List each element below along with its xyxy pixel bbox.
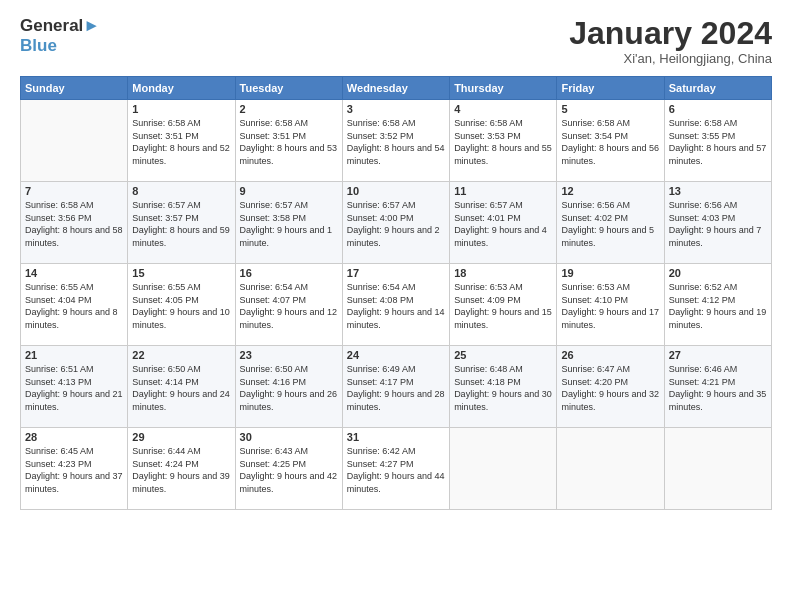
cell-3-4: 17Sunrise: 6:54 AMSunset: 4:08 PMDayligh… [342, 264, 449, 346]
day-info: Sunrise: 6:49 AMSunset: 4:17 PMDaylight:… [347, 363, 445, 413]
cell-2-5: 11Sunrise: 6:57 AMSunset: 4:01 PMDayligh… [450, 182, 557, 264]
day-info: Sunrise: 6:56 AMSunset: 4:02 PMDaylight:… [561, 199, 659, 249]
cell-4-2: 22Sunrise: 6:50 AMSunset: 4:14 PMDayligh… [128, 346, 235, 428]
day-number: 10 [347, 185, 445, 197]
cell-3-2: 15Sunrise: 6:55 AMSunset: 4:05 PMDayligh… [128, 264, 235, 346]
cell-3-5: 18Sunrise: 6:53 AMSunset: 4:09 PMDayligh… [450, 264, 557, 346]
week-row-5: 28Sunrise: 6:45 AMSunset: 4:23 PMDayligh… [21, 428, 772, 510]
day-number: 27 [669, 349, 767, 361]
day-number: 23 [240, 349, 338, 361]
cell-4-1: 21Sunrise: 6:51 AMSunset: 4:13 PMDayligh… [21, 346, 128, 428]
day-info: Sunrise: 6:58 AMSunset: 3:51 PMDaylight:… [240, 117, 338, 167]
day-info: Sunrise: 6:54 AMSunset: 4:08 PMDaylight:… [347, 281, 445, 331]
logo-line2: Blue [20, 36, 100, 56]
day-number: 8 [132, 185, 230, 197]
day-info: Sunrise: 6:48 AMSunset: 4:18 PMDaylight:… [454, 363, 552, 413]
cell-2-1: 7Sunrise: 6:58 AMSunset: 3:56 PMDaylight… [21, 182, 128, 264]
col-header-saturday: Saturday [664, 77, 771, 100]
day-number: 14 [25, 267, 123, 279]
col-header-monday: Monday [128, 77, 235, 100]
day-info: Sunrise: 6:53 AMSunset: 4:09 PMDaylight:… [454, 281, 552, 331]
cell-4-3: 23Sunrise: 6:50 AMSunset: 4:16 PMDayligh… [235, 346, 342, 428]
week-row-1: 1Sunrise: 6:58 AMSunset: 3:51 PMDaylight… [21, 100, 772, 182]
week-row-3: 14Sunrise: 6:55 AMSunset: 4:04 PMDayligh… [21, 264, 772, 346]
cell-1-6: 5Sunrise: 6:58 AMSunset: 3:54 PMDaylight… [557, 100, 664, 182]
day-info: Sunrise: 6:53 AMSunset: 4:10 PMDaylight:… [561, 281, 659, 331]
cell-5-3: 30Sunrise: 6:43 AMSunset: 4:25 PMDayligh… [235, 428, 342, 510]
col-header-thursday: Thursday [450, 77, 557, 100]
day-number: 25 [454, 349, 552, 361]
day-info: Sunrise: 6:57 AMSunset: 3:58 PMDaylight:… [240, 199, 338, 249]
day-info: Sunrise: 6:54 AMSunset: 4:07 PMDaylight:… [240, 281, 338, 331]
cell-3-3: 16Sunrise: 6:54 AMSunset: 4:07 PMDayligh… [235, 264, 342, 346]
cell-5-7 [664, 428, 771, 510]
day-number: 9 [240, 185, 338, 197]
day-number: 22 [132, 349, 230, 361]
cell-5-4: 31Sunrise: 6:42 AMSunset: 4:27 PMDayligh… [342, 428, 449, 510]
day-number: 28 [25, 431, 123, 443]
cell-4-5: 25Sunrise: 6:48 AMSunset: 4:18 PMDayligh… [450, 346, 557, 428]
cell-4-4: 24Sunrise: 6:49 AMSunset: 4:17 PMDayligh… [342, 346, 449, 428]
day-info: Sunrise: 6:44 AMSunset: 4:24 PMDaylight:… [132, 445, 230, 495]
day-number: 31 [347, 431, 445, 443]
cell-1-4: 3Sunrise: 6:58 AMSunset: 3:52 PMDaylight… [342, 100, 449, 182]
day-info: Sunrise: 6:58 AMSunset: 3:52 PMDaylight:… [347, 117, 445, 167]
day-info: Sunrise: 6:55 AMSunset: 4:05 PMDaylight:… [132, 281, 230, 331]
day-info: Sunrise: 6:52 AMSunset: 4:12 PMDaylight:… [669, 281, 767, 331]
day-number: 17 [347, 267, 445, 279]
day-info: Sunrise: 6:58 AMSunset: 3:56 PMDaylight:… [25, 199, 123, 249]
day-number: 29 [132, 431, 230, 443]
day-number: 15 [132, 267, 230, 279]
day-info: Sunrise: 6:51 AMSunset: 4:13 PMDaylight:… [25, 363, 123, 413]
logo: General► Blue [20, 16, 100, 55]
day-info: Sunrise: 6:58 AMSunset: 3:51 PMDaylight:… [132, 117, 230, 167]
week-row-4: 21Sunrise: 6:51 AMSunset: 4:13 PMDayligh… [21, 346, 772, 428]
day-number: 5 [561, 103, 659, 115]
cell-5-1: 28Sunrise: 6:45 AMSunset: 4:23 PMDayligh… [21, 428, 128, 510]
cell-1-3: 2Sunrise: 6:58 AMSunset: 3:51 PMDaylight… [235, 100, 342, 182]
day-info: Sunrise: 6:58 AMSunset: 3:55 PMDaylight:… [669, 117, 767, 167]
day-info: Sunrise: 6:57 AMSunset: 4:00 PMDaylight:… [347, 199, 445, 249]
day-number: 13 [669, 185, 767, 197]
cell-3-7: 20Sunrise: 6:52 AMSunset: 4:12 PMDayligh… [664, 264, 771, 346]
cell-5-5 [450, 428, 557, 510]
cell-4-6: 26Sunrise: 6:47 AMSunset: 4:20 PMDayligh… [557, 346, 664, 428]
cell-3-1: 14Sunrise: 6:55 AMSunset: 4:04 PMDayligh… [21, 264, 128, 346]
day-info: Sunrise: 6:45 AMSunset: 4:23 PMDaylight:… [25, 445, 123, 495]
cell-4-7: 27Sunrise: 6:46 AMSunset: 4:21 PMDayligh… [664, 346, 771, 428]
cell-5-6 [557, 428, 664, 510]
day-info: Sunrise: 6:58 AMSunset: 3:53 PMDaylight:… [454, 117, 552, 167]
day-number: 26 [561, 349, 659, 361]
day-info: Sunrise: 6:56 AMSunset: 4:03 PMDaylight:… [669, 199, 767, 249]
week-row-2: 7Sunrise: 6:58 AMSunset: 3:56 PMDaylight… [21, 182, 772, 264]
month-title: January 2024 [569, 16, 772, 51]
day-info: Sunrise: 6:58 AMSunset: 3:54 PMDaylight:… [561, 117, 659, 167]
day-number: 7 [25, 185, 123, 197]
cell-2-7: 13Sunrise: 6:56 AMSunset: 4:03 PMDayligh… [664, 182, 771, 264]
calendar-table: SundayMondayTuesdayWednesdayThursdayFrid… [20, 76, 772, 510]
day-number: 11 [454, 185, 552, 197]
day-number: 30 [240, 431, 338, 443]
cell-1-7: 6Sunrise: 6:58 AMSunset: 3:55 PMDaylight… [664, 100, 771, 182]
cell-1-1 [21, 100, 128, 182]
day-number: 2 [240, 103, 338, 115]
cell-2-6: 12Sunrise: 6:56 AMSunset: 4:02 PMDayligh… [557, 182, 664, 264]
cell-2-3: 9Sunrise: 6:57 AMSunset: 3:58 PMDaylight… [235, 182, 342, 264]
cell-1-5: 4Sunrise: 6:58 AMSunset: 3:53 PMDaylight… [450, 100, 557, 182]
day-info: Sunrise: 6:43 AMSunset: 4:25 PMDaylight:… [240, 445, 338, 495]
cell-1-2: 1Sunrise: 6:58 AMSunset: 3:51 PMDaylight… [128, 100, 235, 182]
day-number: 4 [454, 103, 552, 115]
header-row: SundayMondayTuesdayWednesdayThursdayFrid… [21, 77, 772, 100]
day-info: Sunrise: 6:42 AMSunset: 4:27 PMDaylight:… [347, 445, 445, 495]
header: General► Blue January 2024 Xi'an, Heilon… [20, 16, 772, 66]
col-header-sunday: Sunday [21, 77, 128, 100]
cell-5-2: 29Sunrise: 6:44 AMSunset: 4:24 PMDayligh… [128, 428, 235, 510]
cell-2-2: 8Sunrise: 6:57 AMSunset: 3:57 PMDaylight… [128, 182, 235, 264]
day-number: 6 [669, 103, 767, 115]
location-subtitle: Xi'an, Heilongjiang, China [569, 51, 772, 66]
day-number: 12 [561, 185, 659, 197]
col-header-wednesday: Wednesday [342, 77, 449, 100]
cell-2-4: 10Sunrise: 6:57 AMSunset: 4:00 PMDayligh… [342, 182, 449, 264]
day-number: 18 [454, 267, 552, 279]
title-block: January 2024 Xi'an, Heilongjiang, China [569, 16, 772, 66]
